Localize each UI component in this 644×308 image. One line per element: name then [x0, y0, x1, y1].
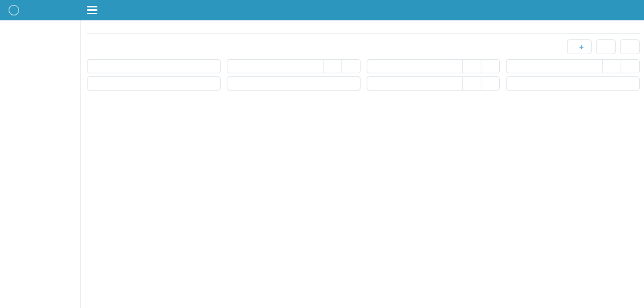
package-type-input[interactable]	[227, 60, 323, 73]
sales-type-search-field	[367, 59, 500, 73]
category-input[interactable]	[507, 60, 602, 73]
sales-type-search-button[interactable]	[462, 60, 481, 73]
parent-product-search-button[interactable]	[462, 77, 481, 90]
package-type-clear-button[interactable]	[341, 60, 360, 73]
category-clear-button[interactable]	[621, 60, 639, 73]
package-type-search-field	[227, 59, 361, 73]
margin-type-select[interactable]	[87, 76, 221, 91]
parent-product-search-field	[367, 76, 500, 91]
app-window: +	[0, 0, 644, 308]
real-virtual-select[interactable]	[506, 76, 640, 91]
package-type-search-button[interactable]	[323, 60, 341, 73]
delete-selection-button[interactable]	[596, 39, 616, 54]
top-header	[0, 0, 644, 20]
create-product-button[interactable]: +	[567, 39, 592, 54]
translation-contents-button[interactable]	[620, 39, 640, 54]
parent-product-input[interactable]	[367, 77, 463, 90]
global-search-field	[87, 59, 221, 73]
category-search-field	[506, 59, 640, 73]
filters-bar	[87, 59, 640, 91]
menu-toggle-button[interactable]	[87, 4, 103, 17]
category-search-button[interactable]	[602, 60, 621, 73]
brand-s-icon	[9, 5, 19, 15]
sales-type-input[interactable]	[367, 60, 463, 73]
toolbar: +	[87, 39, 640, 54]
importance-select[interactable]	[227, 76, 361, 91]
parent-product-clear-button[interactable]	[481, 77, 499, 90]
search-input[interactable]	[88, 60, 220, 73]
brand-logo[interactable]	[0, 5, 81, 15]
sidebar	[0, 20, 81, 308]
main-content: +	[81, 20, 644, 308]
logout-power-button[interactable]	[632, 9, 635, 12]
sales-type-clear-button[interactable]	[481, 60, 499, 73]
plus-icon: +	[579, 43, 584, 51]
page-header	[87, 26, 640, 34]
